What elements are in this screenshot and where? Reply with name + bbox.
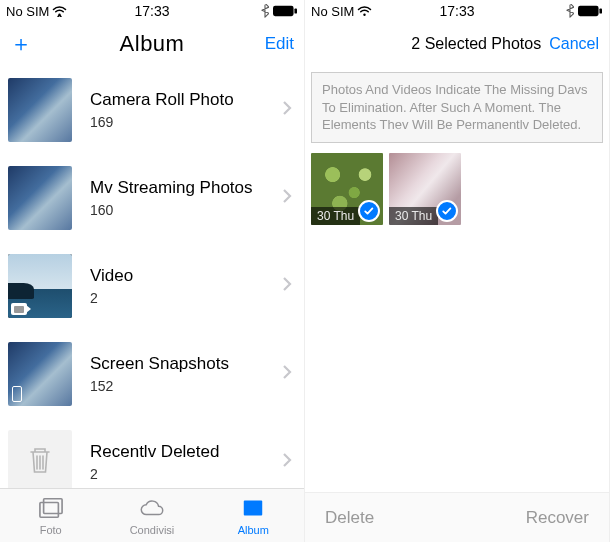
recover-button[interactable]: Recover [526,508,589,528]
chevron-right-icon [282,100,292,120]
delete-button[interactable]: Delete [325,508,374,528]
album-title: Screen Snapshots [90,354,282,374]
edit-button[interactable]: Edit [265,34,294,54]
status-bar: No SIM 17:33 [0,0,304,22]
svg-rect-3 [40,502,58,517]
wifi-icon [357,5,372,17]
album-title: Video [90,266,282,286]
nav-bar: ＋ Album Edit [0,22,304,66]
date-badge: 30 Thu [311,207,360,225]
album-thumbnail [8,166,72,230]
tab-label: Condivisi [130,524,175,536]
add-button[interactable]: ＋ [10,29,32,59]
info-message: Photos And Videos Indicate The Missing D… [311,72,603,143]
selected-check-icon [436,200,458,222]
chevron-right-icon [282,364,292,384]
tab-bar: Foto Condivisi Album [0,488,304,542]
phone-icon [12,386,22,402]
album-title: Recentlv Deleted [90,442,282,462]
svg-rect-2 [294,8,297,13]
album-thumbnail [8,254,72,318]
right-screen: No SIM 17:33 2 Selected Photos Cancel Ph… [305,0,610,542]
tab-album[interactable]: Album [203,489,304,542]
album-count: 160 [90,202,282,218]
bottom-toolbar: Delete Recover [305,492,609,542]
page-title: Album [120,31,185,57]
trash-icon [26,444,54,480]
bluetooth-icon [566,4,574,18]
tab-label: Foto [40,524,62,536]
photo-grid: 30 Thu 30 Thu [305,153,609,225]
battery-icon [577,5,603,17]
battery-icon [272,5,298,17]
album-row-recently-deleted[interactable]: Recentlv Deleted 2 [0,418,304,488]
selection-count: 2 Selected Photos [411,35,541,53]
album-thumbnail [8,342,72,406]
date-badge: 30 Thu [389,207,438,225]
album-title: Mv Streaming Photos [90,178,282,198]
album-count: 152 [90,378,282,394]
chevron-right-icon [282,188,292,208]
svg-point-0 [59,14,61,16]
album-row-video[interactable]: Video 2 [0,242,304,330]
video-icon [11,303,27,315]
album-row-camera-roll[interactable]: Camera Roll Photo 169 [0,66,304,154]
album-row-streaming[interactable]: Mv Streaming Photos 160 [0,154,304,242]
selected-check-icon [358,200,380,222]
cloud-icon [138,496,166,522]
svg-rect-7 [578,6,599,16]
photo-thumbnail[interactable]: 30 Thu [311,153,383,225]
left-screen: No SIM 17:33 ＋ Album Edit Camera Roll Ph… [0,0,305,542]
tab-label: Album [238,524,269,536]
carrier-label: No SIM [6,4,49,19]
clock: 17:33 [134,3,169,19]
clock: 17:33 [439,3,474,19]
nav-bar: 2 Selected Photos Cancel [305,22,609,66]
album-row-snapshots[interactable]: Screen Snapshots 152 [0,330,304,418]
album-count: 2 [90,466,282,482]
tab-condivisi[interactable]: Condivisi [101,489,202,542]
svg-rect-5 [244,500,262,515]
svg-rect-1 [273,6,294,16]
album-thumbnail [8,78,72,142]
wifi-icon [52,5,67,17]
tab-foto[interactable]: Foto [0,489,101,542]
svg-point-6 [364,14,366,16]
album-title: Camera Roll Photo [90,90,282,110]
bluetooth-icon [261,4,269,18]
album-count: 2 [90,290,282,306]
status-bar: No SIM 17:33 [305,0,609,22]
svg-rect-8 [599,8,602,13]
svg-rect-4 [43,498,61,513]
carrier-label: No SIM [311,4,354,19]
album-count: 169 [90,114,282,130]
cancel-button[interactable]: Cancel [549,35,599,53]
chevron-right-icon [282,276,292,296]
album-list: Camera Roll Photo 169 Mv Streaming Photo… [0,66,304,488]
album-icon [239,496,267,522]
album-thumbnail [8,430,72,488]
chevron-right-icon [282,452,292,472]
photos-icon [37,496,65,522]
photo-thumbnail[interactable]: 30 Thu [389,153,461,225]
